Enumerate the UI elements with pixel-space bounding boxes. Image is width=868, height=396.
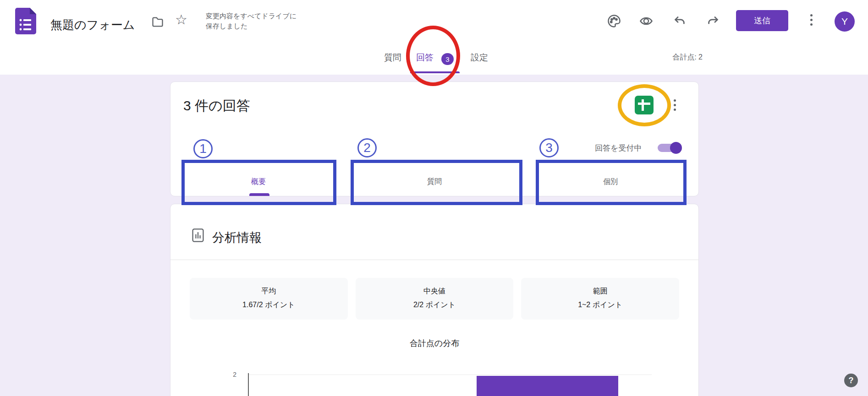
form-title[interactable]: 無題のフォーム — [50, 17, 135, 33]
selected-subtab-indicator — [249, 193, 269, 196]
responses-card: 3 件の回答 回答を受付中 概要 質問 個別 — [170, 81, 699, 196]
total-points-label: 合計点: 2 — [655, 53, 703, 62]
subtab-question[interactable]: 質問 — [346, 168, 522, 196]
selected-tab-indicator — [410, 71, 460, 73]
google-forms-logo-icon[interactable] — [15, 8, 36, 34]
stat-range: 範囲 1~2 ポイント — [521, 278, 679, 320]
more-options-icon[interactable] — [810, 14, 813, 26]
google-forms-window: 無題のフォーム ☆ 変更内容をすべてドライブに 保存しました — [0, 0, 868, 396]
view-in-sheets-button[interactable] — [635, 96, 654, 114]
stat-median: 中央値 2/2 ポイント — [356, 278, 514, 320]
insights-title: 分析情報 — [212, 229, 262, 246]
save-status: 変更内容をすべてドライブに 保存しました — [206, 11, 297, 31]
responses-count-title: 3 件の回答 — [183, 97, 250, 115]
toggle-knob — [670, 142, 682, 154]
stats-row: 平均 1.67/2 ポイント 中央値 2/2 ポイント 範囲 1~2 ポイント — [190, 278, 679, 320]
chart-gridline — [249, 374, 652, 375]
chart-bar — [477, 376, 618, 396]
insights-header: 分析情報 — [170, 204, 698, 260]
preview-eye-icon[interactable] — [639, 14, 653, 28]
stat-range-value: 1~2 ポイント — [521, 300, 679, 310]
undo-icon[interactable] — [673, 14, 687, 28]
chart-y-axis — [248, 373, 249, 396]
insights-card: 分析情報 平均 1.67/2 ポイント 中央値 2/2 ポイント 範囲 1~2 … — [170, 204, 699, 396]
tab-responses[interactable]: 回答 — [416, 52, 434, 64]
accepting-responses-label: 回答を受付中 — [595, 143, 642, 153]
save-status-line1: 変更内容をすべてドライブに — [206, 11, 297, 21]
tab-settings[interactable]: 設定 — [471, 52, 488, 64]
accepting-responses-toggle[interactable] — [658, 144, 681, 152]
top-bar: 無題のフォーム ☆ 変更内容をすべてドライブに 保存しました — [0, 0, 868, 75]
responses-more-options-icon[interactable] — [674, 99, 676, 111]
send-button[interactable]: 送信 — [736, 10, 788, 31]
star-icon[interactable]: ☆ — [175, 13, 187, 27]
save-status-line2: 保存しました — [206, 21, 297, 31]
stat-average-value: 1.67/2 ポイント — [190, 300, 348, 310]
stat-average: 平均 1.67/2 ポイント — [190, 278, 348, 320]
stat-average-label: 平均 — [190, 287, 348, 296]
subtab-individual[interactable]: 個別 — [522, 168, 698, 196]
redo-icon[interactable] — [706, 14, 720, 28]
responses-count-badge: 3 — [441, 53, 454, 65]
chart-title: 合計点の分布 — [170, 338, 698, 349]
responses-subtabs: 概要 質問 個別 — [170, 168, 698, 196]
chart-y-tick: 2 — [225, 371, 236, 378]
stat-median-value: 2/2 ポイント — [356, 300, 514, 310]
sheets-icon — [638, 103, 650, 105]
tab-questions[interactable]: 質問 — [384, 52, 401, 64]
palette-icon[interactable] — [607, 14, 621, 28]
move-folder-icon[interactable] — [151, 16, 164, 28]
insights-chart-icon — [192, 228, 204, 243]
stat-median-label: 中央値 — [356, 287, 514, 296]
subtab-summary[interactable]: 概要 — [170, 168, 346, 196]
account-avatar[interactable]: Y — [835, 11, 855, 32]
help-button[interactable]: ? — [844, 374, 858, 387]
stat-range-label: 範囲 — [521, 287, 679, 296]
